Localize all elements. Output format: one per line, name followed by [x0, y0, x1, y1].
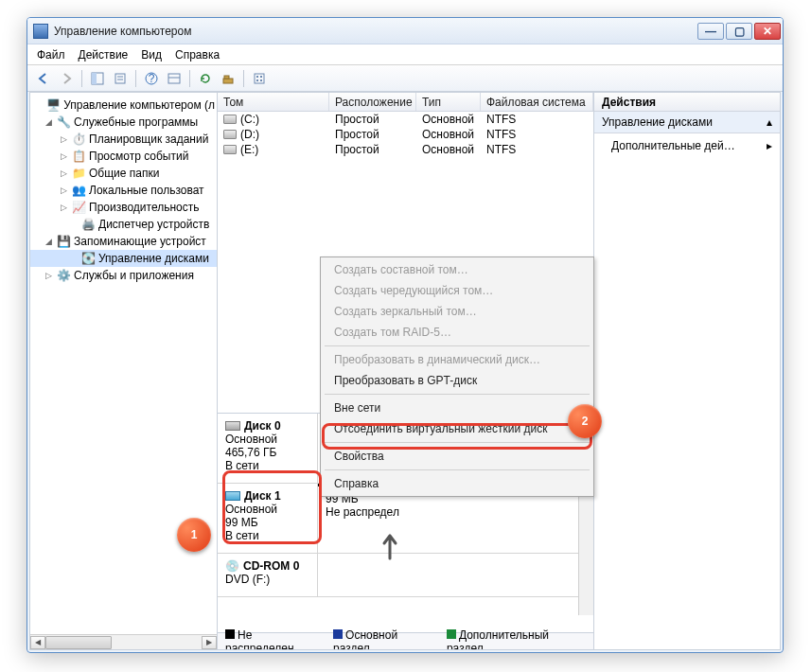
tree-label: Общие папки — [89, 167, 159, 180]
nav-tree[interactable]: 🖥️Управление компьютером (л ◢🔧Служебные … — [30, 93, 218, 649]
cdrom-label[interactable]: 💿CD-ROM 0 DVD (F:) — [218, 554, 318, 596]
tree-item-eventviewer[interactable]: ▷📋Просмотр событий — [30, 148, 217, 165]
disk0-label[interactable]: Диск 0 Основной 465,76 ГБ В сети — [218, 414, 318, 483]
titlebar[interactable]: Управление компьютером — ▢ ✕ — [27, 18, 783, 44]
drive-icon — [223, 130, 237, 139]
ctx-convert-gpt[interactable]: Преобразовать в GPT-диск — [323, 370, 591, 391]
ctx-create-striped[interactable]: Создать чередующийся том… — [323, 280, 591, 301]
ctx-create-mirrored[interactable]: Создать зеркальный том… — [323, 301, 591, 322]
cdrom-icon: 💿 — [225, 559, 239, 573]
menu-file[interactable]: Файл — [37, 48, 65, 62]
col-volume[interactable]: Том — [218, 93, 329, 111]
maximize-button[interactable]: ▢ — [726, 23, 752, 40]
svg-rect-15 — [260, 80, 262, 81]
ctx-offline[interactable]: Вне сети — [323, 398, 591, 418]
rescan-button[interactable] — [218, 68, 238, 89]
actions-header: Действия — [594, 93, 780, 112]
tree-label: Планировщик заданий — [89, 133, 208, 146]
disk-row[interactable]: 💿CD-ROM 0 DVD (F:) — [218, 554, 593, 597]
actions-panel: Действия Управление дисками ▴ Дополнител… — [594, 93, 780, 649]
properties-button[interactable] — [110, 68, 131, 89]
tree-label: Просмотр событий — [89, 150, 188, 163]
tree-item-shared[interactable]: ▷📁Общие папки — [30, 165, 217, 182]
window-title: Управление компьютером — [54, 25, 697, 38]
collapse-icon: ▴ — [767, 115, 772, 129]
tree-label: Производительность — [89, 201, 199, 214]
tree-label: Службы и приложения — [74, 269, 194, 282]
show-hide-tree-button[interactable] — [87, 68, 108, 89]
svg-rect-7 — [168, 74, 180, 83]
tree-label: Служебные программы — [74, 115, 198, 129]
volume-grid-rows: (C:) Простой Основной NTFS (D:) Простой … — [218, 112, 593, 157]
actions-more[interactable]: Дополнительные дей… ▸ — [594, 133, 780, 158]
tree-item-devmgr[interactable]: 🖨️Диспетчер устройств — [30, 216, 217, 233]
drive-icon — [223, 145, 237, 154]
help-button[interactable]: ? — [141, 68, 162, 89]
svg-rect-14 — [256, 80, 258, 81]
chevron-right-icon: ▸ — [767, 139, 772, 152]
tree-label: Запоминающие устройст — [74, 235, 206, 248]
tree-item-users[interactable]: ▷👥Локальные пользоват — [30, 182, 217, 199]
disk-icon — [225, 421, 240, 431]
ctx-convert-dynamic[interactable]: Преобразовать в динамический диск… — [323, 349, 591, 370]
cdrom-partition-area[interactable] — [318, 554, 593, 596]
svg-rect-10 — [224, 76, 229, 79]
tree-hscrollbar[interactable]: ◀ ▶ — [30, 634, 217, 649]
scroll-thumb[interactable] — [45, 636, 112, 649]
ctx-help[interactable]: Справка — [323, 473, 591, 494]
refresh-button[interactable] — [195, 68, 216, 89]
col-filesystem[interactable]: Файловая система — [481, 93, 593, 111]
svg-text:?: ? — [149, 72, 155, 85]
tree-root[interactable]: 🖥️Управление компьютером (л — [30, 97, 217, 114]
volume-row[interactable]: (C:) Простой Основной NTFS — [218, 112, 593, 127]
tree-label: Диспетчер устройств — [98, 218, 209, 231]
disk1-label[interactable]: Диск 1 Основной 99 МБ В сети — [218, 484, 318, 553]
scroll-right-button[interactable]: ▶ — [202, 636, 217, 649]
ctx-detach-vhd[interactable]: Отсоединить виртуальный жесткий диск — [323, 418, 591, 439]
svg-rect-11 — [255, 74, 264, 83]
tree-label: Локальные пользоват — [89, 184, 204, 197]
tree-label: Управление компьютером (л — [63, 98, 215, 112]
scroll-left-button[interactable]: ◀ — [30, 636, 45, 649]
menu-help[interactable]: Справка — [175, 48, 220, 62]
app-icon — [33, 24, 48, 39]
menu-action[interactable]: Действие — [79, 48, 129, 62]
ctx-create-raid5[interactable]: Создать том RAID-5… — [323, 322, 591, 343]
tree-item-diskmgmt[interactable]: 💽Управление дисками — [30, 250, 217, 267]
toolbar: ? — [27, 65, 783, 92]
volume-row[interactable]: (E:) Простой Основной NTFS — [218, 142, 593, 157]
minimize-button[interactable]: — — [697, 23, 724, 40]
col-type[interactable]: Тип — [416, 93, 481, 111]
disk-icon — [225, 491, 240, 501]
svg-rect-1 — [92, 73, 97, 84]
svg-rect-2 — [115, 74, 125, 83]
tree-group-services[interactable]: ▷⚙️Службы и приложения — [30, 267, 217, 284]
svg-rect-13 — [260, 76, 262, 78]
legend-bar: Не распределен Основной раздел Дополните… — [218, 632, 593, 649]
actions-section[interactable]: Управление дисками ▴ — [594, 112, 780, 133]
tree-label: Управление дисками — [98, 252, 209, 265]
close-button[interactable]: ✕ — [754, 23, 781, 40]
tree-item-scheduler[interactable]: ▷⏱️Планировщик заданий — [30, 131, 217, 148]
menubar: Файл Действие Вид Справка — [27, 44, 783, 65]
tree-item-perf[interactable]: ▷📈Производительность — [30, 199, 217, 216]
back-button[interactable] — [33, 68, 54, 89]
drive-icon — [223, 115, 237, 124]
volume-grid-header: Том Расположение Тип Файловая система — [218, 93, 593, 112]
tree-group-storage[interactable]: ◢💾Запоминающие устройст — [30, 233, 217, 250]
view-button[interactable] — [164, 68, 185, 89]
menu-view[interactable]: Вид — [141, 48, 162, 62]
svg-rect-9 — [223, 79, 233, 83]
forward-button[interactable] — [56, 68, 77, 89]
context-menu: Создать составной том… Создать чередующи… — [320, 256, 594, 497]
settings-button[interactable] — [249, 68, 270, 89]
ctx-create-spanned[interactable]: Создать составной том… — [323, 259, 591, 280]
svg-rect-12 — [256, 76, 258, 78]
ctx-properties[interactable]: Свойства — [323, 446, 591, 467]
col-layout[interactable]: Расположение — [329, 93, 416, 111]
volume-row[interactable]: (D:) Простой Основной NTFS — [218, 127, 593, 142]
tree-group-system-tools[interactable]: ◢🔧Служебные программы — [30, 114, 217, 131]
